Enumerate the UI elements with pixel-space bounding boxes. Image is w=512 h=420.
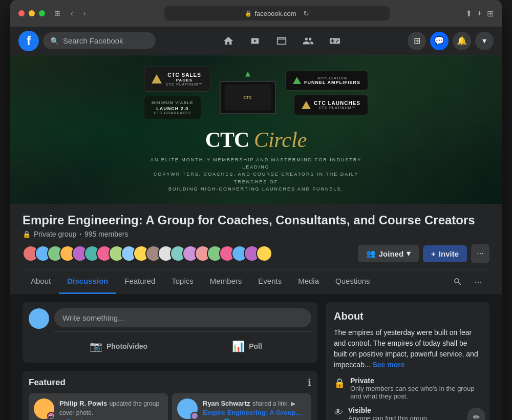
tab-featured[interactable]: Featured	[116, 269, 163, 294]
nav-home-button[interactable]	[216, 29, 241, 53]
search-bar[interactable]: 🔍	[43, 32, 156, 49]
traffic-light-green[interactable]	[39, 10, 45, 16]
tab-media[interactable]: Media	[290, 269, 327, 294]
product-card-launches: CTC LAUNCHES CTC PLATINUM™	[294, 95, 368, 115]
address-bar[interactable]: 🔒 facebook.com ↻	[164, 6, 390, 20]
account-menu-button[interactable]: ▾	[475, 32, 494, 50]
forward-button[interactable]: ›	[80, 8, 89, 18]
left-column: Write something... 📷 Photo/video 📊 Poll	[23, 302, 317, 420]
browser-chrome: ⊞ ‹ › 🔒 facebook.com ↻ ⬆ + ⊞	[10, 0, 502, 27]
post-input-area: Write something... 📷 Photo/video 📊 Poll	[54, 308, 311, 356]
nav-center	[160, 29, 403, 53]
group-tabs: About Discussion Featured Topics Members…	[23, 269, 489, 294]
tab-events[interactable]: Events	[250, 269, 290, 294]
facebook-navbar: f 🔍 ⊞ 💬 🔔 ▾	[10, 27, 502, 55]
group-info: Empire Engineering: A Group for Coaches,…	[10, 204, 502, 294]
search-input[interactable]	[63, 36, 148, 45]
more-dots-icon: ···	[474, 277, 482, 287]
featured-items: 📷 Philip R. Powis updated the group cove…	[29, 393, 311, 420]
featured-item-badge: 🔗	[190, 412, 199, 420]
photo-video-button[interactable]: 📷 Photo/video	[54, 336, 183, 356]
messenger-button[interactable]: 💬	[430, 32, 449, 50]
members-count: 995 members	[84, 230, 129, 238]
cover-products: CTC SALES PAGES CTC PLATINUM™ MINIMUM VI…	[138, 67, 374, 119]
traffic-lights	[18, 10, 45, 16]
share-button[interactable]: ⬆	[465, 9, 472, 18]
post-actions-row: 📷 Photo/video 📊 Poll	[54, 331, 311, 356]
about-visibility-text: Visible Anyone can find this group.	[348, 406, 429, 420]
product-card-sales: CTC SALES PAGES CTC PLATINUM™	[144, 67, 210, 92]
post-input-field[interactable]: Write something...	[54, 308, 311, 327]
about-box-wrapper: About The empires of yesterday were buil…	[326, 302, 489, 420]
tabs-left: About Discussion Featured Topics Members…	[23, 269, 378, 294]
featured-item: 📷 Philip R. Powis updated the group cove…	[29, 393, 168, 420]
see-more-link[interactable]: See more	[372, 361, 404, 369]
eye-icon: 👁	[334, 407, 343, 418]
more-button[interactable]: ···	[471, 244, 489, 263]
nav-video-button[interactable]	[243, 29, 267, 53]
invite-button[interactable]: + Invite	[423, 245, 467, 262]
tab-discussion[interactable]: Discussion	[59, 269, 116, 294]
post-box: Write something... 📷 Photo/video 📊 Poll	[23, 302, 317, 363]
member-avatar	[256, 245, 272, 262]
tab-about[interactable]: About	[23, 269, 59, 294]
facebook-logo: f	[18, 31, 39, 51]
nav-right: ⊞ 💬 🔔 ▾	[408, 32, 494, 50]
product-card-funnels: APPLICATION FUNNEL AMPLIFIERS	[285, 71, 368, 91]
tab-members[interactable]: Members	[202, 269, 250, 294]
product-card-launch: MINIMUM VIABLE LAUNCH 2.0 CTC GRADUATES	[144, 96, 201, 119]
apps-button[interactable]: ⊞	[408, 32, 426, 50]
featured-item-text: Ryan Schwartz shared a link. ▶ Empire En…	[203, 398, 306, 420]
about-privacy-text: Private Only members can see who's in th…	[350, 376, 481, 400]
new-tab-button[interactable]: +	[477, 9, 482, 18]
cover-photo: CTC SALES PAGES CTC PLATINUM™ MINIMUM VI…	[10, 55, 502, 204]
nav-marketplace-button[interactable]	[269, 29, 294, 53]
back-button[interactable]: ‹	[68, 8, 76, 18]
more-tab-button[interactable]: ···	[469, 272, 487, 291]
featured-item-link[interactable]: ▶ Empire...	[59, 418, 163, 420]
more-icon: ···	[477, 249, 483, 258]
about-visibility-item: 👁 Visible Anyone can find this group.	[334, 406, 481, 420]
tab-topics[interactable]: Topics	[163, 269, 202, 294]
poll-icon: 📊	[232, 340, 245, 352]
sidebar-toggle-button[interactable]: ⊞	[51, 8, 63, 18]
nav-gaming-button[interactable]	[323, 29, 347, 53]
traffic-light-yellow[interactable]	[29, 10, 35, 16]
lock-icon: 🔒	[23, 230, 31, 238]
browser-controls: ⊞ ‹ ›	[51, 8, 89, 18]
group-title: Empire Engineering: A Group for Coaches,…	[23, 212, 489, 228]
traffic-light-red[interactable]	[18, 10, 25, 16]
notifications-button[interactable]: 🔔	[453, 32, 471, 50]
featured-item-link[interactable]: Empire Engineering: A Group...	[203, 409, 306, 416]
tab-overview-button[interactable]: ⊞	[487, 9, 494, 18]
chevron-down-icon: ▾	[407, 249, 411, 258]
lock-icon: 🔒	[334, 377, 345, 389]
dot-separator: ●	[79, 233, 81, 236]
cover-content: CTC SALES PAGES CTC PLATINUM™ MINIMUM VI…	[138, 67, 374, 193]
featured-item-avatar-wrap: 📷	[34, 398, 54, 419]
tab-questions[interactable]: Questions	[327, 269, 378, 294]
tabs-right: ···	[449, 272, 489, 291]
featured-section: Featured ℹ 📷 Philip R. Powis updated the…	[23, 371, 317, 420]
reload-icon: ↻	[303, 9, 309, 17]
featured-item-badge: 📷	[47, 412, 55, 420]
about-section-title: About	[334, 310, 481, 322]
nav-groups-button[interactable]	[296, 29, 321, 53]
about-privacy-item: 🔒 Private Only members can see who's in …	[334, 376, 481, 400]
privacy-label: Private group	[34, 230, 76, 238]
featured-item: 🔗 Ryan Schwartz shared a link. ▶ Empire …	[172, 393, 311, 420]
photo-icon: 📷	[90, 340, 102, 352]
url-display: facebook.com	[255, 10, 296, 17]
poll-button[interactable]: 📊 Poll	[183, 336, 311, 356]
search-tab-button[interactable]	[449, 272, 467, 291]
joined-button[interactable]: 👥 Joined ▾	[358, 245, 419, 262]
browser-actions: ⬆ + ⊞	[465, 9, 494, 18]
featured-item-avatar-wrap: 🔗	[177, 398, 198, 419]
group-actions: 👥 Joined ▾ + Invite ···	[358, 244, 489, 263]
members-row: 👥 Joined ▾ + Invite ···	[23, 238, 489, 263]
joined-icon: 👥	[366, 249, 376, 258]
right-column: About The empires of yesterday were buil…	[326, 302, 489, 420]
featured-item-name: Philip R. Powis	[59, 400, 107, 407]
info-icon[interactable]: ℹ	[308, 377, 311, 388]
monitor-mockup: CTC	[220, 81, 276, 114]
